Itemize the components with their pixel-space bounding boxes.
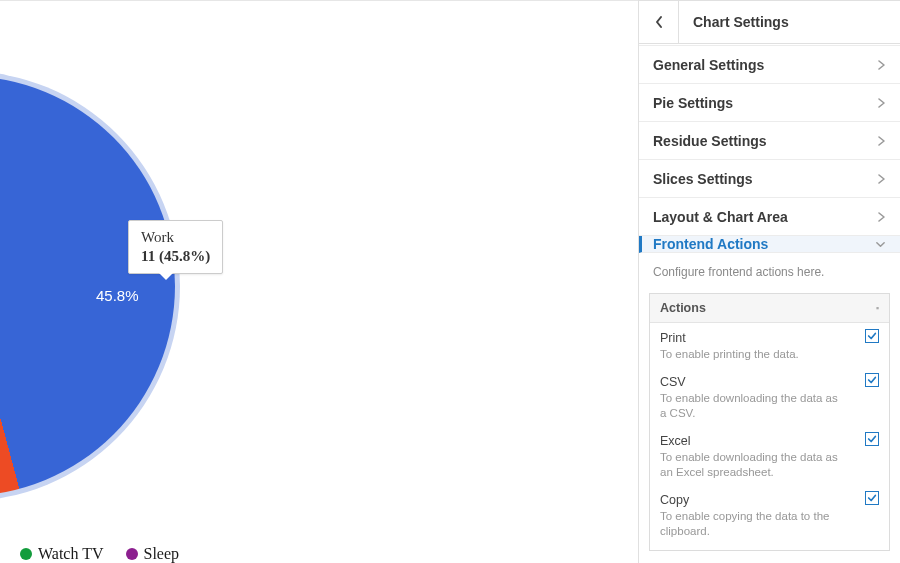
- section-label: Layout & Chart Area: [653, 209, 877, 225]
- chart-area: 45.8% Work 11 (45.8%) Watch TV Sleep: [0, 0, 638, 563]
- action-description: To enable downloading the data as an Exc…: [660, 450, 840, 481]
- legend-item[interactable]: Watch TV: [20, 545, 104, 563]
- section-label: Frontend Actions: [653, 236, 875, 252]
- check-icon: [867, 434, 877, 444]
- chart-tooltip: Work 11 (45.8%): [128, 220, 223, 274]
- chevron-left-icon: [654, 15, 664, 29]
- collapse-icon: ▪: [876, 303, 879, 313]
- back-button[interactable]: [639, 0, 679, 44]
- section-row[interactable]: General Settings: [639, 46, 900, 84]
- action-description: To enable printing the data.: [660, 347, 840, 363]
- legend-label: Watch TV: [38, 545, 104, 563]
- action-name: Copy: [660, 493, 879, 507]
- action-item: PrintTo enable printing the data.: [650, 323, 889, 367]
- check-icon: [867, 331, 877, 341]
- chevron-right-icon: [877, 135, 886, 147]
- section-label: Residue Settings: [653, 133, 877, 149]
- action-checkbox[interactable]: [865, 329, 879, 343]
- section-label: Pie Settings: [653, 95, 877, 111]
- action-description: To enable downloading the data as a CSV.: [660, 391, 840, 422]
- settings-panel: Chart Settings General SettingsPie Setti…: [638, 0, 900, 563]
- chevron-right-icon: [877, 211, 886, 223]
- action-name: CSV: [660, 375, 879, 389]
- action-description: To enable copying the data to the clipbo…: [660, 509, 840, 540]
- actions-header[interactable]: Actions ▪: [650, 294, 889, 323]
- action-item: ExcelTo enable downloading the data as a…: [650, 426, 889, 485]
- action-name: Excel: [660, 434, 879, 448]
- action-item: CSVTo enable downloading the data as a C…: [650, 367, 889, 426]
- section-row[interactable]: Layout & Chart Area: [639, 198, 900, 236]
- action-name: Print: [660, 331, 879, 345]
- section-row[interactable]: Pie Settings: [639, 84, 900, 122]
- chevron-right-icon: [877, 173, 886, 185]
- action-item: CopyTo enable copying the data to the cl…: [650, 485, 889, 550]
- pie-slices[interactable]: [0, 76, 175, 496]
- pie-chart: [0, 71, 430, 501]
- slice-percent-label: 45.8%: [96, 287, 139, 304]
- legend-item[interactable]: Sleep: [126, 545, 180, 563]
- actions-box: Actions ▪ PrintTo enable printing the da…: [649, 293, 890, 551]
- actions-header-label: Actions: [660, 301, 706, 315]
- section-description: Configure frontend actions here.: [639, 253, 900, 287]
- check-icon: [867, 375, 877, 385]
- chevron-right-icon: [877, 59, 886, 71]
- chevron-down-icon: [875, 239, 886, 250]
- section-frontend-actions[interactable]: Frontend Actions: [639, 236, 900, 253]
- section-row[interactable]: Residue Settings: [639, 122, 900, 160]
- check-icon: [867, 493, 877, 503]
- action-checkbox[interactable]: [865, 373, 879, 387]
- tooltip-value: 11 (45.8%): [141, 248, 210, 265]
- section-label: General Settings: [653, 57, 877, 73]
- section-row[interactable]: Slices Settings: [639, 160, 900, 198]
- tooltip-label: Work: [141, 229, 210, 246]
- chevron-right-icon: [877, 97, 886, 109]
- legend-label: Sleep: [144, 545, 180, 563]
- legend-dot: [20, 548, 32, 560]
- action-checkbox[interactable]: [865, 491, 879, 505]
- action-checkbox[interactable]: [865, 432, 879, 446]
- panel-title: Chart Settings: [679, 14, 900, 30]
- panel-header: Chart Settings: [639, 0, 900, 44]
- legend-dot: [126, 548, 138, 560]
- chart-legend: Watch TV Sleep: [20, 545, 179, 563]
- section-label: Slices Settings: [653, 171, 877, 187]
